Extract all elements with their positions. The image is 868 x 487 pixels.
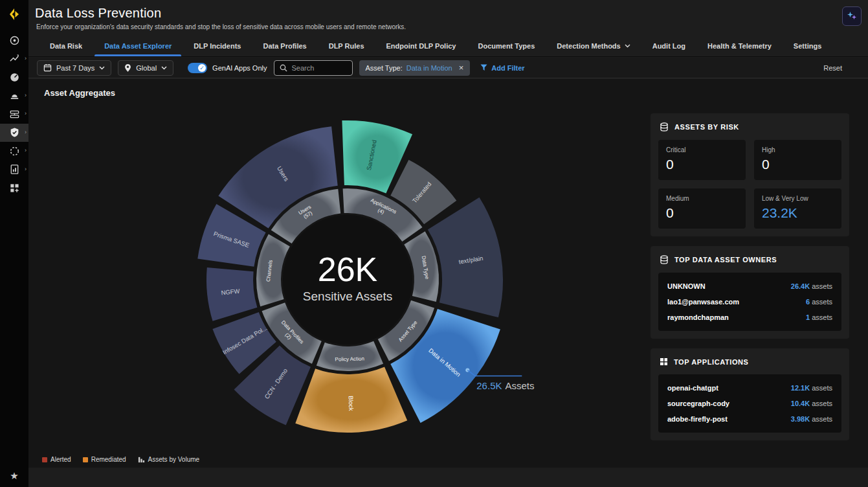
- main-content: Asset Aggregates Users(57)Applications(4…: [28, 79, 868, 468]
- risk-tile-medium: Medium 0: [658, 188, 746, 229]
- tab-bar: Data Risk Data Asset Explorer DLP Incide…: [28, 36, 868, 57]
- grid-add-icon: [9, 183, 20, 194]
- risk-tile-critical: Critical 0: [658, 140, 746, 180]
- chevron-down-icon: [99, 66, 105, 70]
- scope-dropdown[interactable]: Global: [118, 60, 173, 76]
- legend-item-assets-by-volume[interactable]: Assets by Volume: [138, 456, 199, 463]
- tab-detection-methods[interactable]: Detection Methods: [546, 36, 641, 56]
- ai-sparkles-icon: [846, 10, 858, 22]
- callout-text: 26.5KAssets: [476, 380, 534, 391]
- legend-item-remediated[interactable]: Remediated: [83, 456, 126, 463]
- tab-data-risk[interactable]: Data Risk: [39, 36, 93, 56]
- search-box[interactable]: [274, 60, 353, 76]
- remove-filter-icon[interactable]: ×: [459, 63, 464, 73]
- owner-row[interactable]: lao1@panwsase.com 6 assets: [667, 294, 832, 310]
- calendar-icon: [43, 63, 52, 72]
- chevron-right-icon: ›: [25, 93, 27, 98]
- chevron-right-icon: ›: [25, 111, 27, 117]
- funnel-icon: [480, 64, 487, 71]
- asset-count-link[interactable]: 12.1K: [791, 384, 810, 392]
- page-subtitle: Enforce your organization's data securit…: [36, 23, 406, 30]
- chevron-down-icon: [625, 44, 630, 48]
- database-icon: [660, 122, 669, 131]
- shield-check-icon: [9, 127, 20, 138]
- tab-settings[interactable]: Settings: [783, 36, 832, 56]
- tab-health-telemetry[interactable]: Health & Telemetry: [696, 36, 783, 56]
- ai-assistant-button[interactable]: [842, 6, 862, 26]
- favorites-star-icon[interactable]: ★: [0, 470, 28, 482]
- sunburst-center-value: 26K: [318, 251, 378, 288]
- chevron-right-icon: ›: [25, 130, 27, 135]
- chevron-right-icon: ›: [25, 56, 27, 62]
- insights-icon: [9, 53, 20, 64]
- sidebar-item-insights[interactable]: ›: [0, 50, 28, 69]
- risk-tile-high: High 0: [754, 140, 841, 180]
- chart-legend: Alerted Remediated Assets by Volume: [42, 456, 199, 463]
- sunburst-label: Policy Action: [335, 356, 364, 362]
- filter-bar: Past 7 Days Global ✓ GenAI Apps Only Ass…: [28, 58, 868, 78]
- search-input[interactable]: [292, 64, 344, 72]
- chevron-down-icon: [161, 66, 167, 70]
- add-filter-button[interactable]: Add Filter: [480, 64, 524, 72]
- sunburst-center-label: Sensitive Assets: [303, 289, 392, 303]
- application-row[interactable]: adobe-firefly-post 3.98K assets: [667, 411, 832, 427]
- genai-apps-only-toggle[interactable]: ✓: [188, 63, 207, 73]
- application-row[interactable]: openai-chatgpt 12.1K assets: [667, 380, 832, 396]
- sidebar-item-add-products[interactable]: [0, 179, 28, 198]
- owner-row[interactable]: UNKNOWN 26.4K assets: [667, 278, 832, 294]
- asset-count-link[interactable]: 26.4K: [791, 282, 810, 290]
- right-panel: ASSETS BY RISK Critical 0 High 0 Medium …: [651, 113, 849, 440]
- chevron-right-icon: ›: [25, 166, 27, 172]
- palo-alto-networks-logo[interactable]: [5, 5, 23, 23]
- sidebar-item-dashboards[interactable]: [0, 68, 28, 87]
- sidebar-item-incidents-alerts[interactable]: ›: [0, 87, 28, 106]
- owners-list: UNKNOWN 26.4K assets lao1@panwsase.com 6…: [658, 273, 841, 331]
- application-row[interactable]: sourcegraph-cody 10.4K assets: [667, 396, 832, 411]
- owner-row[interactable]: raymondchapman 1 assets: [667, 310, 832, 325]
- sidebar-item-security-services[interactable]: ›: [0, 124, 28, 142]
- tab-data-profiles[interactable]: Data Profiles: [252, 36, 317, 56]
- sunburst-label: Block: [348, 396, 355, 411]
- sidebar-item-overview[interactable]: [0, 31, 28, 50]
- top-applications-header: TOP APPLICATIONS: [660, 357, 840, 366]
- remediated-swatch: [83, 457, 88, 462]
- tab-endpoint-dlp-policy[interactable]: Endpoint DLP Policy: [375, 36, 467, 56]
- database-icon: [660, 255, 669, 264]
- genai-apps-only-label: GenAI Apps Only: [212, 64, 267, 72]
- genai-apps-only-toggle-group: ✓ GenAI Apps Only: [188, 63, 267, 73]
- grid-icon: [660, 357, 668, 366]
- top-applications-card: TOP APPLICATIONS openai-chatgpt 12.1K as…: [651, 348, 849, 440]
- risk-tiles: Critical 0 High 0 Medium 0 Low & Very Lo…: [658, 140, 841, 229]
- applications-list: openai-chatgpt 12.1K assets sourcegraph-…: [658, 374, 841, 433]
- top-data-asset-owners-header: TOP DATA ASSET OWNERS: [660, 255, 840, 264]
- asset-count-link[interactable]: 3.98K: [791, 415, 810, 423]
- tab-audit-log[interactable]: Audit Log: [641, 36, 696, 56]
- report-document-icon: [9, 164, 20, 175]
- legend-item-alerted[interactable]: Alerted: [42, 456, 71, 463]
- bar-chart-icon: [138, 456, 145, 463]
- top-data-asset-owners-card: TOP DATA ASSET OWNERS UNKNOWN 26.4K asse…: [651, 246, 849, 339]
- tab-data-asset-explorer[interactable]: Data Asset Explorer: [93, 36, 183, 56]
- time-range-dropdown[interactable]: Past 7 Days: [37, 60, 111, 76]
- page-title: Data Loss Prevention: [35, 6, 161, 21]
- tab-dlp-incidents[interactable]: DLP Incidents: [183, 36, 252, 56]
- sidebar-nav: › › › › › ›: [0, 31, 28, 198]
- filter-chip-value: Data in Motion: [406, 64, 452, 72]
- tab-dlp-rules[interactable]: DLP Rules: [318, 36, 375, 56]
- assets-by-risk-card: ASSETS BY RISK Critical 0 High 0 Medium …: [651, 113, 849, 236]
- reset-button[interactable]: Reset: [823, 64, 842, 72]
- asset-type-filter-chip[interactable]: Asset Type: Data in Motion ×: [359, 60, 471, 76]
- sidebar-item-reports[interactable]: ›: [0, 161, 28, 179]
- chevron-right-icon: ›: [25, 148, 27, 153]
- search-icon: [280, 64, 287, 72]
- risk-tile-low-very-low: Low & Very Low 23.2K: [754, 188, 841, 229]
- filter-chip-field: Asset Type:: [366, 64, 403, 72]
- left-nav-sidebar: › › › › › › ★: [0, 0, 28, 487]
- sunburst-chart: Users(57)Applications(4)Data TypeAsset T…: [28, 79, 650, 468]
- location-pin-icon: [124, 63, 131, 73]
- asset-count-link[interactable]: 10.4K: [791, 400, 810, 407]
- sidebar-item-workflows[interactable]: ›: [0, 105, 28, 124]
- tab-document-types[interactable]: Document Types: [467, 36, 546, 56]
- toggle-check-icon: ✓: [198, 64, 206, 72]
- sidebar-item-operations[interactable]: ›: [0, 142, 28, 161]
